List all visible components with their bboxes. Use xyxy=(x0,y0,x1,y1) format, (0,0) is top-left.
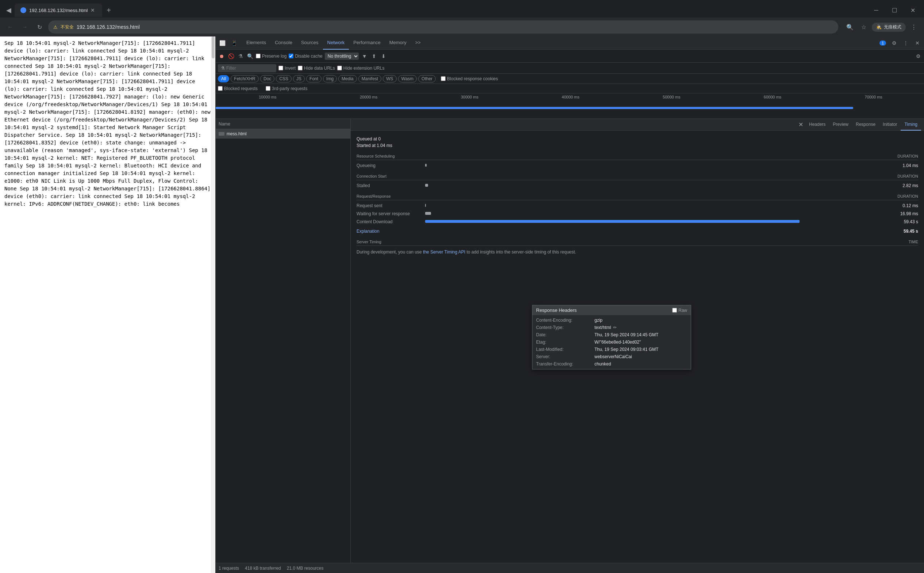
detail-tab-timing[interactable]: Timing xyxy=(900,119,921,131)
request-name: mess.html xyxy=(227,131,247,136)
back-button[interactable]: ← xyxy=(5,21,16,33)
new-tab-button[interactable]: + xyxy=(104,5,114,15)
filter-button[interactable]: ⚗ xyxy=(237,53,244,60)
devtools-inspect-button[interactable]: ⬜ xyxy=(217,38,227,48)
name-column-header: Name xyxy=(219,121,347,127)
blocked-response-cookies-input[interactable] xyxy=(441,76,446,81)
server-timing-api-link[interactable]: the Server Timing API xyxy=(423,249,465,255)
filter-tag-img[interactable]: Img xyxy=(323,75,337,83)
throttle-select[interactable]: No throttling xyxy=(325,53,359,60)
preserve-log-checkbox[interactable]: Preserve log xyxy=(256,53,287,59)
explanation-link[interactable]: Explanation xyxy=(356,229,380,234)
export-button[interactable]: ⬇ xyxy=(380,53,387,60)
hide-extension-urls-checkbox[interactable]: Hide extension URLs xyxy=(337,66,384,71)
disable-cache-input[interactable] xyxy=(289,53,293,58)
tab-network[interactable]: Network xyxy=(323,36,349,50)
clear-button[interactable]: 🚫 xyxy=(227,53,235,60)
filter-tag-css[interactable]: CSS xyxy=(276,75,292,83)
incognito-button[interactable]: 🕵 无痕模式 xyxy=(872,23,906,32)
devtools-close-button[interactable]: ✕ xyxy=(912,38,922,48)
filter-input[interactable] xyxy=(226,66,270,71)
filter-tag-wasm[interactable]: Wasm xyxy=(398,75,417,83)
favicon xyxy=(20,7,26,13)
header-value-transfer-encoding: chunked xyxy=(595,362,687,366)
filter-tag-fetch-xhr[interactable]: Fetch/XHR xyxy=(231,75,259,83)
menu-button[interactable]: ⋮ xyxy=(908,21,919,33)
hide-data-urls-input[interactable] xyxy=(298,66,303,70)
forward-button[interactable]: → xyxy=(19,21,31,33)
filter-tag-doc[interactable]: Doc xyxy=(260,75,275,83)
filter-input-wrap: ⚗ xyxy=(218,64,276,72)
third-party-requests-checkbox[interactable]: 3rd-party requests xyxy=(266,86,307,91)
resource-scheduling-header: Resource Scheduling DURATION xyxy=(356,154,918,160)
devtools-kebab-button[interactable]: ⋮ xyxy=(900,38,911,48)
blocked-response-cookies-checkbox[interactable]: Blocked response cookies xyxy=(441,76,498,81)
devtools-device-button[interactable]: 📱 xyxy=(229,38,239,48)
tab-memory[interactable]: Memory xyxy=(385,36,411,50)
filter-tag-all[interactable]: All xyxy=(218,75,229,83)
zoom-button[interactable]: 🔍 xyxy=(844,21,856,33)
tab-sources[interactable]: Sources xyxy=(296,36,323,50)
tab-more[interactable]: >> xyxy=(411,36,425,50)
detail-tab-response[interactable]: Response xyxy=(852,119,879,131)
request-row[interactable]: mess.html xyxy=(216,129,350,139)
vertical-scrollbar[interactable] xyxy=(211,36,215,573)
filter-tag-font[interactable]: Font xyxy=(306,75,322,83)
invert-input[interactable] xyxy=(278,66,283,70)
minimize-button[interactable]: ─ xyxy=(868,5,885,16)
timeline-label-7: 70000 ms xyxy=(823,95,924,99)
detail-tab-headers[interactable]: Headers xyxy=(805,119,829,131)
maximize-button[interactable]: ☐ xyxy=(886,5,903,16)
filter-tags: All Fetch/XHR Doc CSS JS Font Img Media … xyxy=(218,75,436,83)
hide-extension-urls-input[interactable] xyxy=(337,66,342,70)
filter-tag-ws[interactable]: WS xyxy=(383,75,396,83)
edit-icon[interactable]: ✏ xyxy=(613,325,617,330)
record-button[interactable]: ⏺ xyxy=(218,53,225,60)
tab-console[interactable]: Console xyxy=(270,36,296,50)
header-value-content-type: text/html ✏ xyxy=(595,325,687,330)
filter-tag-media[interactable]: Media xyxy=(338,75,357,83)
throttle-chevron[interactable]: ▼ xyxy=(361,53,368,60)
close-tab-button[interactable]: ✕ xyxy=(89,6,96,14)
queueing-bar xyxy=(425,164,893,168)
tab-elements[interactable]: Elements xyxy=(242,36,270,50)
url-bar[interactable]: ⚠ 不安全 192.168.126.132/mess.html xyxy=(48,20,838,34)
search-button[interactable]: 🔍 xyxy=(246,53,254,60)
timeline-label-5: 50000 ms xyxy=(621,95,722,99)
filter-tag-manifest[interactable]: Manifest xyxy=(358,75,381,83)
tab-back-button[interactable]: ◀ xyxy=(3,5,14,16)
tab-performance[interactable]: Performance xyxy=(349,36,384,50)
response-headers-popup: Response Headers Raw Content-Encoding: g… xyxy=(532,305,691,369)
network-settings-button[interactable]: ⚙ xyxy=(915,53,922,60)
devtools-panel: ⬜ 📱 Elements Console Sources Network Per… xyxy=(215,36,924,573)
scrollbar-thumb[interactable] xyxy=(212,36,215,58)
blocked-row: Blocked requests 3rd-party requests xyxy=(216,84,924,93)
filter-tag-other[interactable]: Other xyxy=(418,75,436,83)
stalled-bar xyxy=(425,184,893,188)
raw-checkbox-input[interactable] xyxy=(672,308,677,313)
close-detail-button[interactable]: ✕ xyxy=(797,121,805,129)
blocked-requests-input[interactable] xyxy=(218,86,223,91)
queueing-value: 1.04 ms xyxy=(896,163,918,168)
detail-tab-preview[interactable]: Preview xyxy=(829,119,852,131)
invert-checkbox[interactable]: Invert xyxy=(278,66,296,71)
devtools-settings-button[interactable]: ⚙ xyxy=(889,38,899,48)
raw-checkbox[interactable]: Raw xyxy=(672,308,687,313)
import-button[interactable]: ⬆ xyxy=(370,53,378,60)
queueing-label: Queueing xyxy=(356,163,422,168)
disable-cache-checkbox[interactable]: Disable cache xyxy=(289,53,322,59)
bookmark-button[interactable]: ☆ xyxy=(858,21,870,33)
header-value-last-modified: Thu, 19 Sep 2024 09:03:41 GMT xyxy=(595,347,687,352)
browser-tab[interactable]: 192.168.126.132/mess.html ✕ xyxy=(14,4,102,17)
blocked-requests-checkbox[interactable]: Blocked requests xyxy=(218,86,258,91)
security-icon: ⚠ xyxy=(53,24,58,30)
reload-button[interactable]: ↻ xyxy=(34,21,45,33)
header-value-server: webserverNiCaiCai xyxy=(595,354,687,359)
waiting-bar-fill xyxy=(425,212,431,215)
preserve-log-input[interactable] xyxy=(256,53,260,58)
close-button[interactable]: ✕ xyxy=(904,5,921,16)
hide-data-urls-checkbox[interactable]: Hide data URLs xyxy=(298,66,335,71)
filter-tag-js[interactable]: JS xyxy=(293,75,305,83)
third-party-requests-input[interactable] xyxy=(266,86,270,91)
detail-tab-initiator[interactable]: Initiator xyxy=(879,119,900,131)
